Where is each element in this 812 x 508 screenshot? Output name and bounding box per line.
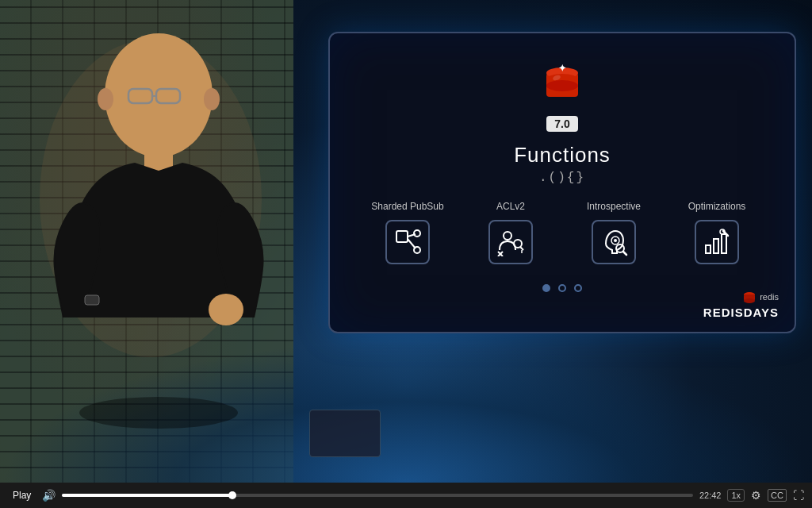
dot-2[interactable]	[558, 284, 566, 292]
feature-introspective: Introspective	[570, 201, 657, 264]
slide-main-title: Functions	[514, 143, 611, 167]
progress-bar[interactable]	[62, 494, 693, 497]
feature-sharded-pubsub-label: Sharded PubSub	[371, 201, 443, 214]
feature-optimizations-icon	[695, 220, 739, 264]
pagination-dots	[542, 284, 582, 292]
redis-mini-logo: redis	[742, 290, 779, 304]
svg-point-10	[79, 397, 238, 429]
feature-sharded-pubsub-icon	[385, 220, 430, 264]
redis-days-label: REDISDAYS	[703, 306, 779, 319]
volume-button[interactable]: 🔊	[42, 489, 56, 502]
slide-code-syntax: .(){}	[539, 171, 585, 185]
svg-rect-17	[396, 231, 408, 242]
time-display: 22:42	[699, 491, 722, 500]
presenter-area	[0, 0, 317, 483]
svg-point-6	[204, 88, 220, 110]
presenter-figure	[0, 0, 301, 444]
cc-button[interactable]: CC	[768, 489, 787, 502]
feature-introspective-label: Introspective	[587, 201, 641, 214]
redis-cube-icon: ✦	[534, 57, 590, 113]
version-badge: 7.0	[546, 116, 577, 132]
svg-rect-33	[714, 239, 718, 253]
progress-thumb[interactable]	[228, 491, 236, 499]
feature-aclv2-icon	[488, 220, 533, 264]
feature-aclv2: ACLv2	[467, 201, 554, 264]
svg-point-5	[98, 88, 113, 110]
svg-point-19	[414, 230, 420, 237]
svg-point-14	[546, 80, 578, 91]
progress-filled	[62, 494, 232, 497]
svg-text:✦: ✦	[558, 63, 566, 74]
feature-sharded-pubsub: Sharded PubSub	[364, 201, 451, 264]
play-button[interactable]: Play	[8, 488, 36, 502]
svg-point-29	[614, 239, 617, 242]
redis-small-cube-icon	[742, 290, 756, 304]
svg-point-1	[105, 33, 213, 157]
svg-rect-32	[706, 245, 710, 253]
feature-optimizations-label: Optimizations	[688, 201, 746, 214]
svg-rect-34	[722, 234, 726, 253]
video-area: ✦ 7.0 Functions .(){} Sharded PubSub	[0, 0, 812, 483]
feature-optimizations: Optimizations	[673, 201, 760, 264]
redis-brand-label: redis	[760, 292, 779, 302]
secondary-screen-partial	[309, 410, 381, 457]
fullscreen-button[interactable]: ⛶	[793, 489, 804, 502]
feature-aclv2-label: ACLv2	[496, 201, 525, 214]
svg-point-21	[414, 247, 420, 253]
features-row: Sharded PubSub ACLv2	[346, 201, 779, 264]
svg-point-39	[744, 298, 755, 303]
speed-control[interactable]: 1x	[727, 489, 745, 502]
settings-button[interactable]: ⚙	[751, 489, 761, 502]
svg-rect-9	[85, 295, 99, 305]
svg-point-22	[504, 232, 511, 240]
svg-line-31	[623, 252, 626, 255]
svg-point-8	[209, 294, 243, 325]
redis-logo-section: ✦ 7.0	[534, 57, 590, 137]
redis-days-branding: redis REDISDAYS	[703, 290, 779, 319]
controls-right: 1x ⚙ CC ⛶	[727, 489, 804, 502]
feature-introspective-icon	[592, 220, 636, 264]
presentation-screen: ✦ 7.0 Functions .(){} Sharded PubSub	[328, 32, 796, 333]
svg-line-20	[408, 239, 416, 248]
svg-line-24	[520, 247, 523, 250]
video-controls[interactable]: Play 🔊 22:42 1x ⚙ CC ⛶	[0, 483, 812, 508]
dot-3[interactable]	[574, 284, 582, 292]
dot-1[interactable]	[542, 284, 550, 292]
